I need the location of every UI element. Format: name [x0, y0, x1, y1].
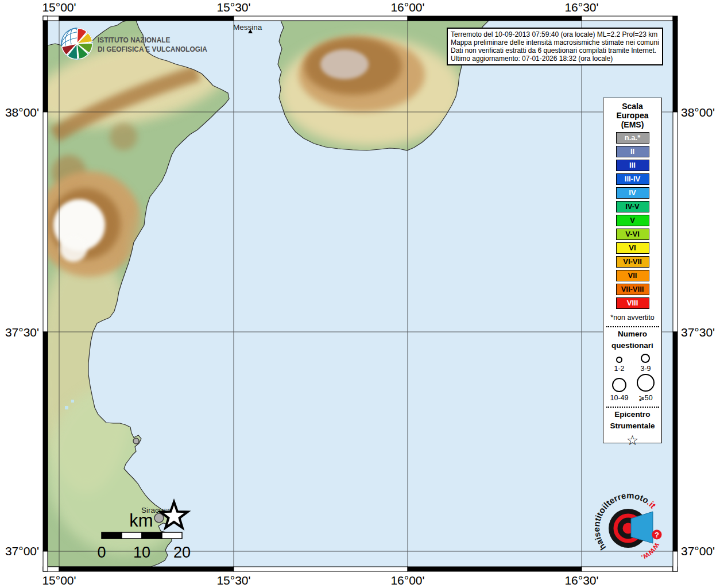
- ingv-name-line2: DI GEOFISICA E VULCANOLOGIA: [98, 44, 207, 53]
- axis-left-37-30: 37°30': [0, 326, 39, 339]
- axis-right-38-00: 38°00': [681, 106, 715, 119]
- legend-swatch-ii: II: [616, 146, 649, 157]
- axis-right-37-30: 37°30': [681, 326, 715, 339]
- qsize-label: 3-9: [640, 365, 651, 373]
- axis-right-37-00: 37°00': [681, 544, 715, 558]
- legend-swatch-viii: VIII: [616, 297, 649, 309]
- questionnaire-title-line1: Numero: [611, 328, 653, 340]
- legend-swatch-vii-viii: VII-VIII: [616, 284, 649, 295]
- questionnaire-dot-augusta: [133, 438, 139, 444]
- legend-panel: Scala Europea (EMS) n.a.* II III III-IV …: [603, 98, 662, 443]
- legend-swatch-iv-v: IV-V: [616, 201, 649, 212]
- epicenter-title-line1: Epicentro: [610, 409, 655, 420]
- scale-tick-0: 0: [97, 544, 106, 561]
- axis-bottom-16-30: 16°30': [564, 574, 598, 587]
- axis-left-37-00: 37°00': [0, 544, 39, 558]
- scale-bar-unit: km: [129, 510, 153, 531]
- small-lake: [65, 406, 68, 409]
- info-line-event: Terremoto del 10-09-2013 07:59:40 (ora l…: [451, 30, 659, 38]
- info-line-updated: Ultimo aggiornamento: 07-01-2026 18:32 (…: [451, 55, 659, 63]
- legend-title: Scala Europea (EMS): [616, 102, 648, 129]
- axis-bottom-16-00: 16°00': [390, 574, 424, 587]
- qsize-1-2: 1-2: [614, 357, 624, 373]
- intensity-scale: n.a.* II III III-IV IV IV-V V V-VI VI VI…: [616, 132, 649, 311]
- axis-bottom-15-30: 15°30': [216, 574, 250, 587]
- info-line-map: Mappa preliminare delle intensità macros…: [451, 38, 659, 47]
- legend-swatch-iii-iv: III-IV: [616, 173, 649, 185]
- epicenter-title: Epicentro Strumentale: [610, 409, 655, 432]
- legend-swatch-vi: VI: [616, 242, 649, 254]
- legend-swatch-v-vi: V-VI: [616, 229, 649, 240]
- qsize-3-9: 3-9: [640, 354, 651, 373]
- legend-footnote: *non avvertito: [610, 314, 654, 322]
- axis-bottom-15-00: 15°00': [42, 574, 76, 587]
- qsize-circle-icon: [641, 354, 650, 363]
- axis-top-16-00: 16°00': [390, 1, 424, 14]
- info-line-data: Dati non verificati estratti da 6 questi…: [451, 47, 659, 55]
- epicenter-title-line2: Strumentale: [610, 420, 655, 432]
- legend-title-line1: Scala: [616, 102, 648, 111]
- legend-swatch-vi-vii: VI-VII: [616, 256, 649, 268]
- qsize-50plus: ⩾50: [637, 374, 655, 402]
- axis-top-16-30: 16°30': [564, 1, 598, 14]
- questionnaire-title-line2: questionari: [611, 340, 653, 351]
- qsize-circle-icon: [637, 374, 655, 392]
- epicenter-star-key-icon: ☆: [626, 433, 639, 448]
- small-lake: [71, 400, 74, 403]
- qsize-circle-icon: [616, 357, 622, 363]
- legend-swatch-vii: VII: [616, 270, 649, 281]
- qsize-10-49: 10-49: [610, 378, 629, 402]
- qsize-label: 1-2: [614, 365, 624, 373]
- questionnaire-count-title: Numero questionari: [611, 328, 653, 351]
- ingv-name-line1: ISTITUTO NAZIONALE: [98, 35, 170, 44]
- questionnaire-size-key: 1-2 3-9 10-49 ⩾50: [606, 354, 659, 402]
- scale-tick-20: 20: [173, 544, 191, 561]
- legend-swatch-iv: IV: [616, 187, 649, 199]
- legend-title-line3: (EMS): [616, 120, 648, 129]
- questionnaire-dot-siracusa: [154, 513, 164, 523]
- legend-swatch-iii: III: [616, 160, 649, 171]
- hsit-question-mark: ?: [655, 531, 659, 539]
- axis-left-38-00: 38°00': [0, 106, 39, 119]
- legend-divider: [606, 407, 659, 408]
- map-content: Messina Siracusa km 0 10: [26, 21, 673, 567]
- legend-swatch-na: n.a.*: [616, 132, 649, 144]
- qsize-label: 10-49: [610, 394, 629, 402]
- axis-top-15-30: 15°30': [216, 1, 250, 14]
- legend-title-line2: Europea: [616, 111, 648, 120]
- qsize-label: ⩾50: [638, 393, 652, 402]
- city-label-messina: Messina: [233, 23, 262, 32]
- macroseismic-map-page: Messina Siracusa km 0 10: [0, 0, 720, 588]
- axis-top-15-00: 15°00': [42, 1, 76, 14]
- scale-tick-10: 10: [133, 544, 150, 561]
- qsize-circle-icon: [612, 378, 626, 392]
- legend-divider: [606, 326, 659, 327]
- earthquake-info-box: Terremoto del 10-09-2013 07:59:40 (ora l…: [447, 28, 663, 65]
- legend-swatch-v: V: [616, 215, 649, 226]
